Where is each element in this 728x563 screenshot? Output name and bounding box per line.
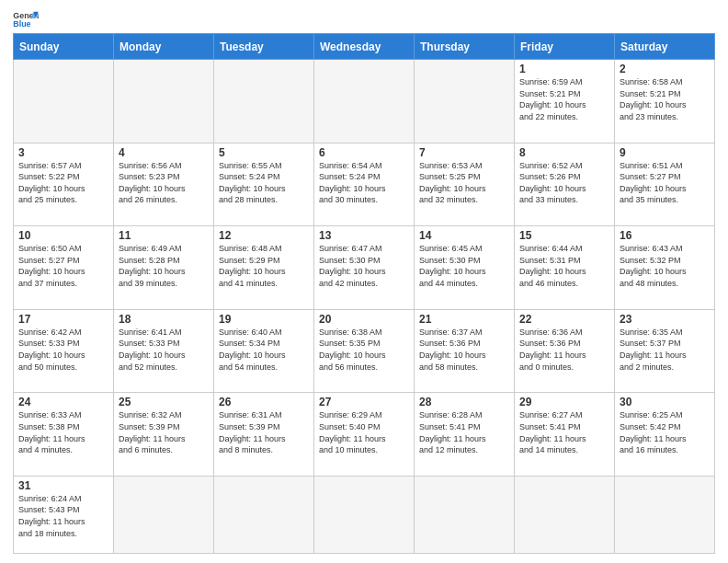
day-number: 27 bbox=[319, 396, 409, 408]
day-of-week-header: Sunday bbox=[14, 34, 114, 60]
general-blue-icon: General Blue bbox=[13, 9, 39, 29]
day-info: Sunrise: 6:38 AM Sunset: 5:35 PM Dayligh… bbox=[319, 327, 409, 373]
calendar-cell bbox=[214, 476, 314, 553]
calendar-cell bbox=[214, 60, 314, 144]
day-info: Sunrise: 6:35 AM Sunset: 5:37 PM Dayligh… bbox=[620, 327, 710, 373]
calendar-cell: 22Sunrise: 6:36 AM Sunset: 5:36 PM Dayli… bbox=[515, 309, 615, 393]
page: General Blue SundayMondayTuesdayWednesda… bbox=[0, 0, 728, 563]
day-number: 16 bbox=[620, 229, 710, 242]
day-number: 2 bbox=[620, 63, 710, 75]
calendar-cell: 15Sunrise: 6:44 AM Sunset: 5:31 PM Dayli… bbox=[515, 226, 615, 310]
day-info: Sunrise: 6:25 AM Sunset: 5:42 PM Dayligh… bbox=[620, 409, 710, 455]
calendar-week-row: 1Sunrise: 6:59 AM Sunset: 5:21 PM Daylig… bbox=[14, 60, 715, 144]
day-number: 25 bbox=[119, 396, 209, 408]
day-of-week-header: Tuesday bbox=[214, 34, 314, 60]
day-info: Sunrise: 6:44 AM Sunset: 5:31 PM Dayligh… bbox=[519, 243, 609, 289]
calendar-cell bbox=[14, 60, 114, 144]
day-number: 31 bbox=[18, 479, 108, 492]
day-of-week-header: Friday bbox=[515, 34, 615, 60]
day-number: 13 bbox=[319, 229, 409, 242]
calendar-header-row: SundayMondayTuesdayWednesdayThursdayFrid… bbox=[14, 34, 715, 60]
day-info: Sunrise: 6:45 AM Sunset: 5:30 PM Dayligh… bbox=[419, 243, 509, 289]
calendar-cell: 21Sunrise: 6:37 AM Sunset: 5:36 PM Dayli… bbox=[415, 309, 515, 393]
day-info: Sunrise: 6:40 AM Sunset: 5:34 PM Dayligh… bbox=[219, 327, 309, 373]
day-number: 11 bbox=[119, 229, 209, 242]
calendar-cell bbox=[615, 476, 715, 553]
calendar-cell: 8Sunrise: 6:52 AM Sunset: 5:26 PM Daylig… bbox=[515, 143, 615, 226]
day-number: 17 bbox=[18, 313, 108, 326]
day-number: 23 bbox=[620, 313, 710, 326]
day-number: 15 bbox=[519, 229, 609, 242]
day-of-week-header: Wednesday bbox=[314, 34, 415, 60]
calendar-cell: 5Sunrise: 6:55 AM Sunset: 5:24 PM Daylig… bbox=[214, 143, 314, 226]
day-info: Sunrise: 6:48 AM Sunset: 5:29 PM Dayligh… bbox=[219, 243, 309, 289]
day-info: Sunrise: 6:56 AM Sunset: 5:23 PM Dayligh… bbox=[119, 160, 209, 206]
calendar-cell: 12Sunrise: 6:48 AM Sunset: 5:29 PM Dayli… bbox=[214, 226, 314, 310]
day-info: Sunrise: 6:43 AM Sunset: 5:32 PM Dayligh… bbox=[620, 243, 710, 289]
calendar-cell: 19Sunrise: 6:40 AM Sunset: 5:34 PM Dayli… bbox=[214, 309, 314, 393]
day-number: 8 bbox=[519, 146, 609, 159]
calendar-cell: 10Sunrise: 6:50 AM Sunset: 5:27 PM Dayli… bbox=[14, 226, 114, 310]
day-info: Sunrise: 6:42 AM Sunset: 5:33 PM Dayligh… bbox=[18, 327, 108, 373]
day-of-week-header: Thursday bbox=[415, 34, 515, 60]
day-info: Sunrise: 6:28 AM Sunset: 5:41 PM Dayligh… bbox=[419, 409, 509, 455]
day-number: 1 bbox=[519, 63, 609, 75]
calendar-week-row: 31Sunrise: 6:24 AM Sunset: 5:43 PM Dayli… bbox=[14, 476, 715, 553]
day-info: Sunrise: 6:49 AM Sunset: 5:28 PM Dayligh… bbox=[119, 243, 209, 289]
day-number: 4 bbox=[119, 146, 209, 159]
day-info: Sunrise: 6:51 AM Sunset: 5:27 PM Dayligh… bbox=[620, 160, 710, 206]
calendar-cell: 9Sunrise: 6:51 AM Sunset: 5:27 PM Daylig… bbox=[615, 143, 715, 226]
day-number: 14 bbox=[419, 229, 509, 242]
day-info: Sunrise: 6:27 AM Sunset: 5:41 PM Dayligh… bbox=[519, 409, 609, 455]
day-number: 5 bbox=[219, 146, 309, 159]
calendar-cell: 30Sunrise: 6:25 AM Sunset: 5:42 PM Dayli… bbox=[615, 393, 715, 477]
calendar-cell: 24Sunrise: 6:33 AM Sunset: 5:38 PM Dayli… bbox=[14, 393, 114, 477]
day-info: Sunrise: 6:37 AM Sunset: 5:36 PM Dayligh… bbox=[419, 327, 509, 373]
day-info: Sunrise: 6:33 AM Sunset: 5:38 PM Dayligh… bbox=[18, 409, 108, 455]
calendar-cell: 14Sunrise: 6:45 AM Sunset: 5:30 PM Dayli… bbox=[415, 226, 515, 310]
calendar-cell: 29Sunrise: 6:27 AM Sunset: 5:41 PM Dayli… bbox=[515, 393, 615, 477]
day-info: Sunrise: 6:52 AM Sunset: 5:26 PM Dayligh… bbox=[519, 160, 609, 206]
day-info: Sunrise: 6:47 AM Sunset: 5:30 PM Dayligh… bbox=[319, 243, 409, 289]
calendar-cell bbox=[314, 60, 415, 144]
day-number: 6 bbox=[319, 146, 409, 159]
day-number: 29 bbox=[519, 396, 609, 408]
calendar-week-row: 3Sunrise: 6:57 AM Sunset: 5:22 PM Daylig… bbox=[14, 143, 715, 226]
day-number: 20 bbox=[319, 313, 409, 326]
calendar-cell bbox=[114, 476, 214, 553]
calendar-cell: 7Sunrise: 6:53 AM Sunset: 5:25 PM Daylig… bbox=[415, 143, 515, 226]
calendar-week-row: 17Sunrise: 6:42 AM Sunset: 5:33 PM Dayli… bbox=[14, 309, 715, 393]
calendar-cell: 2Sunrise: 6:58 AM Sunset: 5:21 PM Daylig… bbox=[615, 60, 715, 144]
calendar-cell: 6Sunrise: 6:54 AM Sunset: 5:24 PM Daylig… bbox=[314, 143, 415, 226]
calendar-cell: 26Sunrise: 6:31 AM Sunset: 5:39 PM Dayli… bbox=[214, 393, 314, 477]
calendar-table: SundayMondayTuesdayWednesdayThursdayFrid… bbox=[13, 33, 715, 554]
day-number: 3 bbox=[18, 146, 108, 159]
calendar-cell bbox=[415, 60, 515, 144]
day-info: Sunrise: 6:36 AM Sunset: 5:36 PM Dayligh… bbox=[519, 327, 609, 373]
calendar-week-row: 10Sunrise: 6:50 AM Sunset: 5:27 PM Dayli… bbox=[14, 226, 715, 310]
day-info: Sunrise: 6:58 AM Sunset: 5:21 PM Dayligh… bbox=[620, 76, 710, 122]
calendar-cell: 13Sunrise: 6:47 AM Sunset: 5:30 PM Dayli… bbox=[314, 226, 415, 310]
day-info: Sunrise: 6:41 AM Sunset: 5:33 PM Dayligh… bbox=[119, 327, 209, 373]
day-number: 10 bbox=[18, 229, 108, 242]
calendar-cell: 23Sunrise: 6:35 AM Sunset: 5:37 PM Dayli… bbox=[615, 309, 715, 393]
day-info: Sunrise: 6:54 AM Sunset: 5:24 PM Dayligh… bbox=[319, 160, 409, 206]
day-info: Sunrise: 6:24 AM Sunset: 5:43 PM Dayligh… bbox=[18, 493, 108, 539]
day-number: 30 bbox=[620, 396, 710, 408]
day-number: 9 bbox=[620, 146, 710, 159]
calendar-cell: 16Sunrise: 6:43 AM Sunset: 5:32 PM Dayli… bbox=[615, 226, 715, 310]
day-number: 26 bbox=[219, 396, 309, 408]
calendar-cell bbox=[515, 476, 615, 553]
calendar-cell: 17Sunrise: 6:42 AM Sunset: 5:33 PM Dayli… bbox=[14, 309, 114, 393]
day-number: 18 bbox=[119, 313, 209, 326]
day-info: Sunrise: 6:55 AM Sunset: 5:24 PM Dayligh… bbox=[219, 160, 309, 206]
calendar-cell bbox=[415, 476, 515, 553]
day-of-week-header: Monday bbox=[114, 34, 214, 60]
day-of-week-header: Saturday bbox=[615, 34, 715, 60]
svg-text:Blue: Blue bbox=[13, 19, 30, 29]
header: General Blue bbox=[13, 9, 715, 29]
day-info: Sunrise: 6:50 AM Sunset: 5:27 PM Dayligh… bbox=[18, 243, 108, 289]
day-info: Sunrise: 6:57 AM Sunset: 5:22 PM Dayligh… bbox=[18, 160, 108, 206]
calendar-cell: 18Sunrise: 6:41 AM Sunset: 5:33 PM Dayli… bbox=[114, 309, 214, 393]
day-number: 7 bbox=[419, 146, 509, 159]
